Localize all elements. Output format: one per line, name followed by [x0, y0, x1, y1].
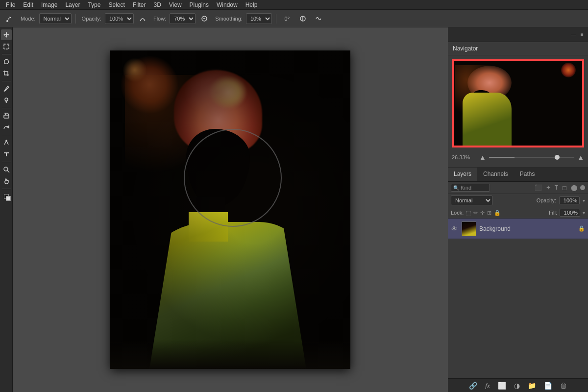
lock-paint-icon[interactable]: ✏	[473, 210, 478, 216]
layer-folder-btn[interactable]: 📁	[526, 381, 538, 391]
panel-collapse-btn[interactable]: —	[569, 31, 577, 39]
fill-value[interactable]: 100%	[560, 209, 580, 217]
layer-mask-btn[interactable]: ⬜	[496, 381, 508, 391]
layer-new-btn[interactable]: 📄	[542, 381, 554, 391]
tab-channels[interactable]: Channels	[477, 168, 514, 181]
layer-empty-area	[448, 298, 588, 378]
opacity-label: Opacity:	[80, 16, 103, 22]
layer-delete-btn[interactable]: 🗑	[558, 381, 569, 391]
foreground-color[interactable]	[1, 191, 12, 202]
navigator-header: Navigator	[448, 42, 588, 55]
filter-toggle-dot[interactable]	[580, 185, 585, 190]
layer-list: 👁 Background 🔒	[448, 219, 588, 298]
menu-bar: File Edit Image Layer Type Select Filter…	[0, 0, 588, 10]
separator-2	[276, 14, 276, 24]
angle-icon[interactable]: 0°	[280, 12, 294, 25]
menu-image[interactable]: Image	[37, 0, 61, 10]
extra-icon[interactable]	[312, 12, 325, 25]
opacity-group: Opacity: 100%	[80, 13, 134, 24]
menu-filter[interactable]: Filter	[129, 0, 150, 10]
filter-smart-icon[interactable]: ⬤	[570, 184, 578, 192]
zoom-percentage: 26.33%	[452, 154, 476, 160]
menu-type[interactable]: Type	[84, 0, 104, 10]
menu-select[interactable]: Select	[104, 0, 128, 10]
mode-group: Mode: Normal	[19, 13, 72, 24]
navigator-thumbnail	[452, 59, 584, 147]
lock-transparency-icon[interactable]: ⬚	[466, 210, 471, 216]
lock-all-icon[interactable]: 🔒	[494, 210, 501, 216]
smoothing-group: Smoothing: 10%	[213, 13, 272, 24]
layer-fx-btn[interactable]: fx	[483, 381, 491, 391]
move-tool[interactable]	[1, 29, 12, 40]
tool-sep-3	[2, 108, 11, 108]
lasso-tool[interactable]	[1, 56, 12, 67]
eraser-tool[interactable]	[1, 110, 12, 121]
filter-adjustment-icon[interactable]: ✦	[545, 184, 552, 192]
brush-tool-icon[interactable]	[3, 12, 17, 25]
filter-search-icon: 🔍	[453, 185, 459, 191]
airbrush-icon[interactable]	[197, 12, 211, 25]
layer-visibility-toggle[interactable]: 👁	[451, 225, 459, 233]
zoom-tool[interactable]	[1, 164, 12, 175]
tool-sep-2	[2, 81, 11, 81]
brush-tool[interactable]	[1, 83, 12, 94]
paint-bucket-tool[interactable]	[1, 122, 12, 133]
lock-artboard-icon[interactable]: ⊞	[487, 210, 491, 216]
layer-link-btn[interactable]: 🔗	[467, 381, 479, 391]
opacity-label: Opacity:	[537, 197, 556, 203]
svg-rect-5	[4, 115, 9, 118]
panel-top-controls: — ≡	[448, 27, 588, 42]
layer-blend-bar: Normal Opacity: 100% ▾	[448, 194, 588, 207]
toolbox	[0, 27, 13, 392]
pen-tool[interactable]	[1, 137, 12, 148]
filter-shape-icon[interactable]: ◻	[561, 184, 568, 192]
mode-label: Mode:	[19, 16, 38, 22]
hand-tool[interactable]	[1, 176, 12, 187]
tab-paths[interactable]: Paths	[514, 168, 541, 181]
layer-item-background[interactable]: 👁 Background 🔒	[448, 219, 588, 239]
opacity-select[interactable]: 100%	[105, 13, 134, 24]
menu-file[interactable]: File	[2, 0, 19, 10]
panel-menu-btn[interactable]: ≡	[578, 31, 586, 39]
layer-lock-bar: Lock: ⬚ ✏ ✛ ⊞ 🔒 Fill: 100% ▾	[448, 207, 588, 219]
tool-sep-4	[2, 135, 11, 135]
crop-tool[interactable]	[1, 68, 12, 79]
menu-help[interactable]: Help	[242, 0, 262, 10]
zoom-out-btn[interactable]: ▲	[479, 153, 486, 161]
tab-layers[interactable]: Layers	[448, 168, 477, 181]
menu-window[interactable]: Window	[213, 0, 242, 10]
flow-label: Flow:	[151, 16, 168, 22]
zoom-slider-thumb[interactable]	[555, 155, 560, 160]
separator-1	[75, 14, 76, 24]
layer-name-background: Background	[479, 225, 575, 232]
menu-edit[interactable]: Edit	[19, 0, 37, 10]
blend-mode-select[interactable]: Normal	[451, 196, 492, 205]
symmetry-icon[interactable]	[296, 12, 310, 25]
flow-select[interactable]: 70%	[170, 13, 196, 24]
layers-tabs: Layers Channels Paths	[448, 168, 588, 182]
mode-select[interactable]: Normal	[39, 13, 72, 24]
filter-text-icon[interactable]: T	[554, 184, 559, 192]
text-tool[interactable]	[1, 149, 12, 160]
zoom-in-btn[interactable]: ▲	[577, 153, 584, 161]
flow-group: Flow: 70%	[151, 13, 196, 24]
svg-point-6	[6, 140, 7, 141]
opacity-value[interactable]: 100%	[559, 196, 580, 204]
selection-tool[interactable]	[1, 41, 12, 52]
menu-plugins[interactable]: Plugins	[186, 0, 213, 10]
photo-circle-overlay	[184, 129, 282, 227]
brush-pressure-icon[interactable]	[136, 12, 149, 25]
layer-filter-search[interactable]: 🔍 Kind	[451, 184, 490, 192]
lock-position-icon[interactable]: ✛	[480, 210, 485, 216]
opacity-arrow-icon: ▾	[583, 198, 585, 203]
clone-tool[interactable]	[1, 95, 12, 106]
photo-bottom-fade	[110, 340, 350, 369]
smoothing-select[interactable]: 10%	[246, 13, 272, 24]
menu-view[interactable]: View	[165, 0, 186, 10]
layer-adjustment-btn[interactable]: ◑	[512, 381, 522, 391]
menu-layer[interactable]: Layer	[61, 0, 84, 10]
filter-pixel-icon[interactable]: ⬛	[534, 184, 543, 192]
tool-sep-1	[2, 54, 11, 54]
menu-3d[interactable]: 3D	[149, 0, 165, 10]
canvas-area	[13, 27, 448, 392]
